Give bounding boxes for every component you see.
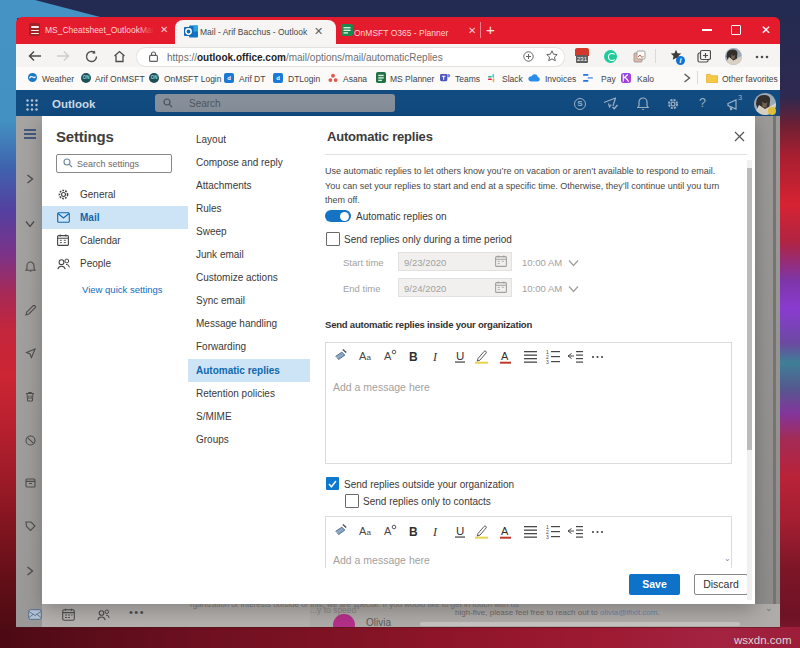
svg-text:U: U [456, 525, 464, 537]
svg-text:a: a [367, 528, 372, 537]
svg-text:A: A [384, 350, 392, 362]
svg-text:I: I [432, 525, 438, 539]
svg-text:B: B [409, 525, 418, 539]
svg-text:3: 3 [546, 534, 549, 540]
svg-text:a: a [367, 353, 372, 362]
svg-text:3: 3 [546, 359, 549, 365]
svg-text:U: U [456, 350, 464, 362]
svg-text:A: A [501, 525, 509, 537]
svg-text:wsxdn.com: wsxdn.com [733, 634, 792, 646]
svg-text:A: A [501, 350, 509, 362]
svg-text:B: B [409, 350, 418, 364]
svg-text:I: I [432, 350, 438, 364]
svg-text:A: A [384, 525, 392, 537]
